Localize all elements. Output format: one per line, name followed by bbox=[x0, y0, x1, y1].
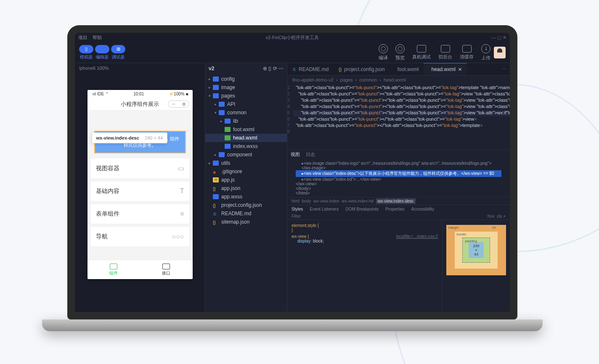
tree-body[interactable]: ▸ config ▸ image ▾ pages ▸ API ▾ common … bbox=[205, 74, 287, 312]
dom-crumb[interactable]: wx-view.index-hd bbox=[342, 199, 374, 203]
expand-icon[interactable]: ▾ bbox=[215, 111, 219, 115]
capsule-menu[interactable]: ··· bbox=[168, 101, 178, 107]
code-line[interactable]: "tok-attr">class"tok-punct">="tok-punct"… bbox=[293, 91, 510, 98]
dom-crumb[interactable]: html bbox=[292, 199, 300, 203]
expand-icon[interactable]: ▸ bbox=[220, 119, 225, 123]
toolbar-action-1[interactable]: ◯预览 bbox=[395, 44, 405, 61]
tree-node[interactable]: ▸ component bbox=[205, 150, 287, 159]
tree-root-label[interactable]: v2 bbox=[209, 66, 214, 71]
css-prop[interactable]: display bbox=[297, 239, 310, 243]
code-line[interactable]: "tok-attr">class"tok-punct">="tok-punct"… bbox=[293, 110, 510, 116]
styles-panel[interactable]: element.style {}</span><span class="sel2… bbox=[287, 220, 443, 312]
mode-pill-0[interactable]: ▯ 模拟器 bbox=[79, 45, 93, 60]
expand-icon[interactable]: ▸ bbox=[209, 85, 213, 90]
editor-tab[interactable]: foot.wxml bbox=[390, 63, 424, 75]
dom-crumb[interactable]: body bbox=[302, 199, 311, 203]
code-line[interactable]: "tok-attr">class"tok-punct">="tok-punct"… bbox=[293, 123, 510, 129]
menu-help[interactable]: 帮助 bbox=[93, 34, 102, 41]
devtools-subtab[interactable]: DOM Breakpoints bbox=[345, 207, 379, 211]
code-line[interactable] bbox=[293, 129, 510, 135]
dom-node[interactable]: </html> bbox=[296, 191, 501, 195]
css-rule[interactable]: element.style {} bbox=[292, 223, 438, 232]
dom-node[interactable]: ▸<wx-view class="index-desc">以下将展示小程序官方组… bbox=[296, 170, 501, 177]
box-model[interactable]: margin 10 border padding 240 × 44 bbox=[443, 220, 510, 312]
close-icon[interactable]: ✕ bbox=[458, 67, 462, 72]
tabbar-item-1[interactable]: 接口 bbox=[140, 260, 193, 279]
expand-icon[interactable]: ▸ bbox=[215, 153, 219, 157]
avatar[interactable] bbox=[494, 47, 506, 58]
breadcrumb-segment[interactable]: head.wxml bbox=[384, 77, 406, 82]
tree-node[interactable]: ▸ image bbox=[205, 83, 287, 92]
window-controls[interactable]: — ▢ ✕ bbox=[491, 35, 506, 40]
editor-tab[interactable]: project.config.json bbox=[334, 63, 390, 75]
list-item[interactable]: 导航 ○○○ bbox=[91, 227, 189, 246]
toolbar-action-4[interactable]: 清缓存 bbox=[460, 45, 474, 60]
tree-node[interactable]: ▾ pages bbox=[205, 92, 287, 100]
tree-node[interactable]: README.md bbox=[205, 209, 287, 218]
tree-node[interactable]: app.wxss bbox=[205, 193, 287, 201]
code-line[interactable]: "tok-attr">class"tok-punct">="tok-punct"… bbox=[293, 85, 510, 91]
capsule-close[interactable]: ⊙ bbox=[179, 101, 189, 107]
breadcrumb[interactable]: fino-applet-demo-v2›pages›common›head.wx… bbox=[287, 76, 510, 84]
capsule-button[interactable]: ··· ⊙ bbox=[168, 100, 189, 108]
styles-filter-actions[interactable]: :hov .cls + bbox=[487, 214, 506, 219]
toolbar-action-3[interactable]: 切后台 bbox=[438, 45, 452, 60]
breadcrumb-segment[interactable]: fino-applet-demo-v2 bbox=[292, 77, 334, 82]
devtools-subtab[interactable]: Accessibility bbox=[411, 207, 434, 211]
dom-crumb[interactable]: wx-view.index-desc bbox=[376, 198, 416, 204]
expand-icon[interactable]: ▸ bbox=[215, 102, 219, 106]
phone-body[interactable]: wx-view.index-desc 240 × 44 以下将展示小程序官方组件… bbox=[87, 111, 193, 260]
expand-icon[interactable]: ▾ bbox=[209, 94, 213, 98]
tabs-overflow[interactable]: ⋯ bbox=[498, 66, 510, 72]
devtools-subtab[interactable]: Event Listeners bbox=[310, 207, 339, 211]
tree-node[interactable]: ▸ config bbox=[205, 75, 287, 83]
list-item[interactable]: 视图容器 ▭ bbox=[91, 158, 189, 178]
dom-breadcrumb[interactable]: html body wx-view.index wx-view.index-hd… bbox=[287, 197, 510, 205]
code-line[interactable]: "tok-attr">class"tok-punct">="tok-punct"… bbox=[293, 116, 510, 123]
tree-node[interactable]: .gitignore bbox=[205, 167, 287, 176]
tree-node[interactable]: ▸ utils bbox=[205, 159, 287, 167]
mode-pill-2[interactable]: ⊞ 调试器 bbox=[111, 45, 125, 60]
toolbar-action-5[interactable]: ⤓上传 bbox=[481, 44, 490, 61]
dom-node[interactable]: ▸<wx-view class="index-bd">…</wx-view> bbox=[296, 177, 501, 182]
menu-project[interactable]: 项目 bbox=[78, 34, 87, 41]
breadcrumb-segment[interactable]: pages bbox=[340, 77, 353, 82]
tree-node[interactable]: foot.wxml bbox=[205, 125, 287, 134]
dom-node[interactable]: ▸<wx-image class="index-logo" src="../re… bbox=[296, 161, 501, 170]
tree-node[interactable]: project.config.json bbox=[205, 201, 287, 209]
expand-icon[interactable]: ▸ bbox=[209, 161, 213, 165]
toolbar-action-2[interactable]: 真机调试 bbox=[412, 45, 431, 60]
code-line[interactable]: "tok-attr">class"tok-punct">="tok-punct"… bbox=[293, 98, 510, 104]
devtools-tab-log[interactable]: 日志 bbox=[306, 151, 315, 158]
code-line[interactable]: "tok-attr">class"tok-punct">="tok-punct"… bbox=[293, 104, 510, 110]
dom-crumb[interactable]: wx-view.index bbox=[313, 199, 339, 203]
tree-actions[interactable]: ⊕ ▯ ⟳ ⋯ bbox=[263, 66, 284, 71]
tree-node[interactable]: app.json bbox=[205, 184, 287, 193]
tree-node[interactable]: head.wxml bbox=[205, 134, 287, 142]
styles-filter[interactable]: Filter bbox=[292, 214, 301, 219]
list-item[interactable]: 基础内容 T bbox=[91, 182, 189, 201]
mode-pill-1[interactable]: 编辑器 bbox=[95, 45, 109, 60]
tree-node[interactable]: ▾ common bbox=[205, 108, 287, 117]
css-source[interactable]: localfile:/…index.css:2 bbox=[396, 234, 438, 239]
dom-tree[interactable]: ▸<wx-image class="index-logo" src="../re… bbox=[287, 159, 510, 197]
editor-tab[interactable]: README.md bbox=[287, 63, 334, 75]
expand-icon[interactable]: ▸ bbox=[209, 77, 213, 81]
devtools-subtab[interactable]: Styles bbox=[292, 207, 303, 211]
devtools-subtab[interactable]: Properties bbox=[385, 207, 405, 211]
css-rule[interactable]: localfile:/…index.css:2wx-view {display:… bbox=[292, 234, 438, 243]
tree-node[interactable]: index.wxss bbox=[205, 142, 287, 150]
devtools-tab-elements[interactable]: 视图 bbox=[291, 151, 300, 158]
editor-tab[interactable]: head.wxml ✕ bbox=[424, 63, 466, 75]
tree-node[interactable]: ▸ API bbox=[205, 100, 287, 108]
tree-node[interactable]: sitemap.json bbox=[205, 218, 287, 226]
list-item[interactable]: 表单组件 ≡ bbox=[91, 204, 189, 224]
dom-node[interactable]: </body> bbox=[296, 186, 501, 191]
tree-node[interactable]: ▸ lib bbox=[205, 117, 287, 125]
toolbar-action-0[interactable]: ◯编译 bbox=[379, 44, 388, 61]
breadcrumb-segment[interactable]: common bbox=[359, 77, 377, 82]
tabbar-item-0[interactable]: 组件 bbox=[87, 260, 140, 279]
dom-node[interactable]: </wx-view> bbox=[296, 182, 501, 186]
tree-node[interactable]: JS app.js bbox=[205, 176, 287, 184]
code-editor[interactable]: 12345678 "tok-attr">class"tok-punct">="t… bbox=[287, 84, 510, 149]
